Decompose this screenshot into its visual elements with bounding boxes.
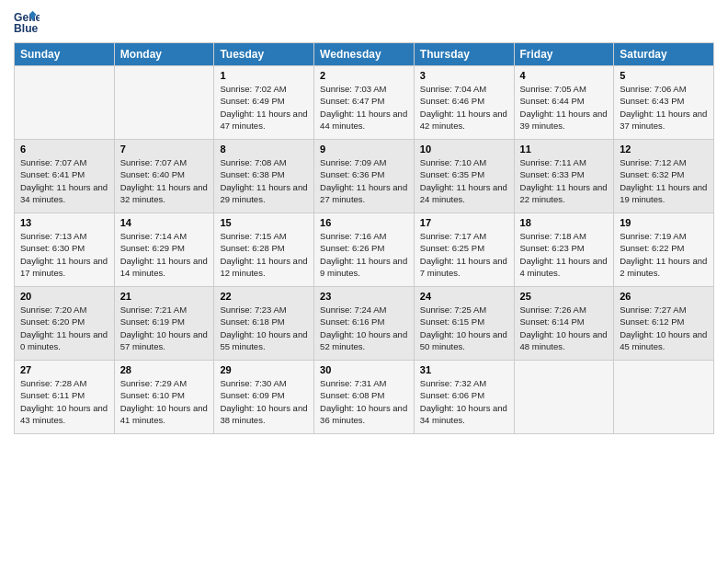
- day-number: 27: [20, 364, 108, 375]
- page-header: General Blue: [14, 9, 714, 35]
- day-info: Sunrise: 7:31 AMSunset: 6:08 PMDaylight:…: [320, 377, 408, 426]
- day-number: 7: [120, 144, 209, 155]
- day-number: 11: [520, 144, 609, 155]
- weekday-header-monday: Monday: [114, 43, 214, 66]
- calendar-cell: 18Sunrise: 7:18 AMSunset: 6:23 PMDayligh…: [514, 213, 614, 287]
- calendar-cell: 25Sunrise: 7:26 AMSunset: 6:14 PMDayligh…: [514, 287, 614, 361]
- day-info: Sunrise: 7:09 AMSunset: 6:36 PMDaylight:…: [320, 156, 408, 205]
- calendar-cell: 26Sunrise: 7:27 AMSunset: 6:12 PMDayligh…: [614, 287, 714, 361]
- calendar-cell: 3Sunrise: 7:04 AMSunset: 6:46 PMDaylight…: [414, 66, 514, 140]
- calendar-cell: [614, 361, 714, 434]
- calendar-cell: 10Sunrise: 7:10 AMSunset: 6:35 PMDayligh…: [414, 140, 514, 213]
- calendar-cell: 13Sunrise: 7:13 AMSunset: 6:30 PMDayligh…: [15, 213, 115, 287]
- day-number: 23: [320, 291, 408, 302]
- day-info: Sunrise: 7:07 AMSunset: 6:40 PMDaylight:…: [120, 156, 209, 205]
- calendar-cell: 16Sunrise: 7:16 AMSunset: 6:26 PMDayligh…: [314, 213, 415, 287]
- day-info: Sunrise: 7:04 AMSunset: 6:46 PMDaylight:…: [420, 83, 508, 132]
- logo: General Blue: [14, 9, 43, 35]
- calendar-cell: 24Sunrise: 7:25 AMSunset: 6:15 PMDayligh…: [414, 287, 514, 361]
- logo-icon: General Blue: [14, 9, 40, 35]
- day-info: Sunrise: 7:14 AMSunset: 6:29 PMDaylight:…: [120, 230, 209, 279]
- day-number: 28: [120, 364, 209, 375]
- calendar-cell: 8Sunrise: 7:08 AMSunset: 6:38 PMDaylight…: [214, 140, 314, 213]
- day-info: Sunrise: 7:32 AMSunset: 6:06 PMDaylight:…: [420, 377, 508, 426]
- day-info: Sunrise: 7:17 AMSunset: 6:25 PMDaylight:…: [420, 230, 508, 279]
- day-info: Sunrise: 7:26 AMSunset: 6:14 PMDaylight:…: [520, 304, 609, 352]
- calendar-cell: [15, 66, 115, 140]
- calendar-cell: 5Sunrise: 7:06 AMSunset: 6:43 PMDaylight…: [614, 66, 714, 140]
- day-number: 16: [320, 217, 408, 228]
- day-info: Sunrise: 7:08 AMSunset: 6:38 PMDaylight:…: [220, 156, 308, 205]
- calendar-cell: 22Sunrise: 7:23 AMSunset: 6:18 PMDayligh…: [214, 287, 314, 361]
- day-info: Sunrise: 7:20 AMSunset: 6:20 PMDaylight:…: [20, 304, 108, 352]
- day-number: 9: [320, 144, 408, 155]
- calendar-cell: 23Sunrise: 7:24 AMSunset: 6:16 PMDayligh…: [314, 287, 415, 361]
- calendar-cell: 31Sunrise: 7:32 AMSunset: 6:06 PMDayligh…: [414, 361, 514, 434]
- weekday-header-tuesday: Tuesday: [214, 43, 314, 66]
- svg-text:Blue: Blue: [14, 22, 39, 35]
- calendar-cell: [114, 66, 214, 140]
- calendar-cell: 15Sunrise: 7:15 AMSunset: 6:28 PMDayligh…: [214, 213, 314, 287]
- day-info: Sunrise: 7:10 AMSunset: 6:35 PMDaylight:…: [420, 156, 508, 205]
- day-number: 25: [520, 291, 609, 302]
- day-number: 18: [520, 217, 609, 228]
- day-number: 31: [420, 364, 508, 375]
- day-number: 17: [420, 217, 508, 228]
- calendar-cell: 27Sunrise: 7:28 AMSunset: 6:11 PMDayligh…: [15, 361, 115, 434]
- day-number: 10: [420, 144, 508, 155]
- calendar-week-row: 13Sunrise: 7:13 AMSunset: 6:30 PMDayligh…: [15, 213, 714, 287]
- calendar-cell: 9Sunrise: 7:09 AMSunset: 6:36 PMDaylight…: [314, 140, 415, 213]
- weekday-header-wednesday: Wednesday: [314, 43, 415, 66]
- calendar-cell: 7Sunrise: 7:07 AMSunset: 6:40 PMDaylight…: [114, 140, 214, 213]
- day-info: Sunrise: 7:13 AMSunset: 6:30 PMDaylight:…: [20, 230, 108, 279]
- calendar-week-row: 1Sunrise: 7:02 AMSunset: 6:49 PMDaylight…: [15, 66, 714, 140]
- day-number: 8: [220, 144, 308, 155]
- day-info: Sunrise: 7:19 AMSunset: 6:22 PMDaylight:…: [620, 230, 708, 279]
- calendar-cell: 30Sunrise: 7:31 AMSunset: 6:08 PMDayligh…: [314, 361, 415, 434]
- day-number: 29: [220, 364, 308, 375]
- day-info: Sunrise: 7:11 AMSunset: 6:33 PMDaylight:…: [520, 156, 609, 205]
- day-number: 15: [220, 217, 308, 228]
- calendar-cell: 1Sunrise: 7:02 AMSunset: 6:49 PMDaylight…: [214, 66, 314, 140]
- day-number: 1: [220, 70, 308, 81]
- calendar-cell: 2Sunrise: 7:03 AMSunset: 6:47 PMDaylight…: [314, 66, 415, 140]
- calendar-cell: 17Sunrise: 7:17 AMSunset: 6:25 PMDayligh…: [414, 213, 514, 287]
- day-number: 14: [120, 217, 209, 228]
- day-info: Sunrise: 7:18 AMSunset: 6:23 PMDaylight:…: [520, 230, 609, 279]
- calendar-cell: 6Sunrise: 7:07 AMSunset: 6:41 PMDaylight…: [15, 140, 115, 213]
- day-info: Sunrise: 7:03 AMSunset: 6:47 PMDaylight:…: [320, 83, 408, 132]
- day-number: 5: [620, 70, 708, 81]
- day-info: Sunrise: 7:12 AMSunset: 6:32 PMDaylight:…: [620, 156, 708, 205]
- calendar-cell: 12Sunrise: 7:12 AMSunset: 6:32 PMDayligh…: [614, 140, 714, 213]
- day-info: Sunrise: 7:25 AMSunset: 6:15 PMDaylight:…: [420, 304, 508, 352]
- calendar-cell: 28Sunrise: 7:29 AMSunset: 6:10 PMDayligh…: [114, 361, 214, 434]
- calendar-table: SundayMondayTuesdayWednesdayThursdayFrid…: [14, 42, 714, 434]
- calendar-cell: 11Sunrise: 7:11 AMSunset: 6:33 PMDayligh…: [514, 140, 614, 213]
- day-info: Sunrise: 7:02 AMSunset: 6:49 PMDaylight:…: [220, 83, 308, 132]
- day-number: 4: [520, 70, 609, 81]
- day-info: Sunrise: 7:27 AMSunset: 6:12 PMDaylight:…: [620, 304, 708, 352]
- weekday-header-thursday: Thursday: [414, 43, 514, 66]
- weekday-header-friday: Friday: [514, 43, 614, 66]
- calendar-week-row: 20Sunrise: 7:20 AMSunset: 6:20 PMDayligh…: [15, 287, 714, 361]
- day-number: 2: [320, 70, 408, 81]
- day-number: 20: [20, 291, 108, 302]
- calendar-cell: 4Sunrise: 7:05 AMSunset: 6:44 PMDaylight…: [514, 66, 614, 140]
- calendar-cell: 29Sunrise: 7:30 AMSunset: 6:09 PMDayligh…: [214, 361, 314, 434]
- day-number: 6: [20, 144, 108, 155]
- calendar-cell: [514, 361, 614, 434]
- day-number: 30: [320, 364, 408, 375]
- day-number: 13: [20, 217, 108, 228]
- calendar-cell: 20Sunrise: 7:20 AMSunset: 6:20 PMDayligh…: [15, 287, 115, 361]
- day-info: Sunrise: 7:29 AMSunset: 6:10 PMDaylight:…: [120, 377, 209, 426]
- weekday-header-sunday: Sunday: [15, 43, 115, 66]
- calendar-cell: 21Sunrise: 7:21 AMSunset: 6:19 PMDayligh…: [114, 287, 214, 361]
- day-number: 24: [420, 291, 508, 302]
- day-info: Sunrise: 7:24 AMSunset: 6:16 PMDaylight:…: [320, 304, 408, 352]
- day-info: Sunrise: 7:16 AMSunset: 6:26 PMDaylight:…: [320, 230, 408, 279]
- day-info: Sunrise: 7:30 AMSunset: 6:09 PMDaylight:…: [220, 377, 308, 426]
- day-info: Sunrise: 7:06 AMSunset: 6:43 PMDaylight:…: [620, 83, 708, 132]
- calendar-cell: 19Sunrise: 7:19 AMSunset: 6:22 PMDayligh…: [614, 213, 714, 287]
- day-number: 22: [220, 291, 308, 302]
- day-number: 21: [120, 291, 209, 302]
